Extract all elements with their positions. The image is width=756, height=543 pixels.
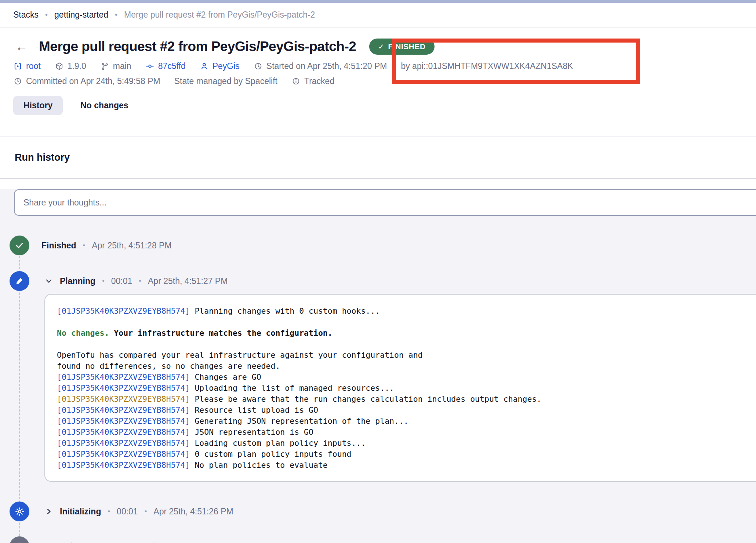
triggered-by-item: by api::01JSMHTFM9TXWW1XK4AZN1SA8K	[401, 61, 573, 71]
clock-icon	[13, 77, 22, 86]
spacelift-run-page: Stacks • getting-started • Merge pull re…	[0, 0, 756, 543]
tracked-item: Tracked	[291, 76, 334, 86]
status-badge-label: FINISHED	[388, 42, 426, 51]
commit-icon	[145, 62, 155, 71]
log-line: OpenTofu has compared your real infrastr…	[57, 350, 756, 361]
check-icon: ✓	[378, 42, 384, 51]
dot-separator: •	[102, 277, 105, 285]
log-line: found no differences, so no changes are …	[57, 361, 756, 372]
log-line-no-changes: No changes.Your infrastructure matches t…	[57, 328, 756, 339]
log-text: No plan policies to evaluate	[195, 460, 327, 470]
run-history-header: Run history	[0, 136, 756, 179]
planning-row: Planning • 00:01 • Apr 25th, 4:51:27 PM	[44, 271, 228, 291]
log-line: [01JSP35K40K3PZXVZ9EYB8H574]0 custom pla…	[57, 449, 756, 460]
log-text: Resource list upload is GO	[195, 405, 318, 415]
log-text: JSON representation is GO	[195, 427, 313, 437]
breadcrumb-stack-name[interactable]: getting-started	[54, 10, 108, 20]
log-line: [01JSP35K40K3PZXVZ9EYB8H574]Planning cha…	[57, 306, 756, 317]
committed-item: Committed on Apr 24th, 5:49:58 PM	[13, 76, 160, 86]
chevron-right-icon[interactable]	[44, 507, 53, 516]
state-managed-item: State managed by Spacelift	[174, 76, 277, 86]
planning-log-output: [01JSP35K40K3PZXVZ9EYB8H574]Planning cha…	[44, 294, 756, 482]
dot-separator: •	[108, 507, 110, 515]
log-text: 0 custom plan policy inputs found	[195, 449, 351, 459]
status-badge: ✓ FINISHED	[369, 39, 434, 55]
finished-status-icon	[10, 236, 29, 255]
log-text: Changes are GO	[195, 372, 261, 382]
version-label: 1.9.0	[68, 61, 86, 71]
run-id-prefix: [01JSP35K40K3PZXVZ9EYB8H574]	[57, 449, 190, 459]
run-id-prefix: [01JSP35K40K3PZXVZ9EYB8H574]	[57, 405, 190, 415]
log-line-warning: [01JSP35K40K3PZXVZ9EYB8H574]Please be aw…	[57, 394, 756, 405]
log-line: [01JSP35K40K3PZXVZ9EYB8H574]Changes are …	[57, 372, 756, 383]
run-id-prefix-warning: [01JSP35K40K3PZXVZ9EYB8H574]	[57, 394, 190, 404]
log-line: [01JSP35K40K3PZXVZ9EYB8H574]Loading cust…	[57, 438, 756, 449]
log-text: Generating JSON representation of the pl…	[195, 416, 408, 426]
branch-label: main	[113, 61, 131, 71]
planning-label[interactable]: Planning	[60, 276, 95, 286]
finished-label: Finished	[41, 241, 76, 251]
section-title: Run history	[15, 152, 70, 163]
queued-status-icon	[10, 536, 29, 543]
commit-link[interactable]: 87c5ffd	[145, 61, 186, 71]
timeline: Finished • Apr 25th, 4:51:28 PM Planning…	[0, 227, 756, 543]
initializing-label[interactable]: Initializing	[60, 507, 101, 517]
queued-timestamp: Apr 25th, 4:51:20 PM	[126, 542, 205, 543]
planning-duration: 00:01	[111, 276, 132, 286]
planning-status-icon	[10, 271, 29, 291]
hourglass-icon	[15, 542, 24, 543]
branch-item: main	[100, 61, 131, 71]
breadcrumb-separator: •	[115, 11, 117, 19]
dot-separator: •	[83, 241, 86, 249]
log-blank-line	[57, 339, 756, 350]
triggered-by-label: by api::01JSMHTFM9TXWW1XK4AZN1SA8K	[401, 61, 573, 71]
meta-row-primary: root 1.9.0	[13, 61, 756, 71]
run-header: ← Merge pull request #2 from PeyGis/PeyG…	[0, 28, 756, 136]
info-icon	[291, 77, 301, 86]
back-button[interactable]: ←	[13, 40, 30, 53]
tab-no-changes[interactable]: No changes	[80, 101, 128, 110]
queued-duration: 00:01	[88, 542, 110, 543]
space-icon	[13, 62, 22, 71]
check-icon	[14, 240, 25, 251]
log-line: [01JSP35K40K3PZXVZ9EYB8H574]No plan poli…	[57, 460, 756, 471]
breadcrumb-stacks[interactable]: Stacks	[13, 10, 39, 20]
finished-row: Finished • Apr 25th, 4:51:28 PM	[41, 236, 172, 255]
log-line: [01JSP35K40K3PZXVZ9EYB8H574]Uploading th…	[57, 383, 756, 394]
finished-timestamp: Apr 25th, 4:51:28 PM	[92, 241, 171, 251]
comment-input[interactable]	[14, 189, 756, 216]
top-strip	[0, 0, 756, 3]
log-text: Loading custom plan policy inputs...	[195, 438, 366, 448]
chevron-down-icon[interactable]	[44, 277, 53, 285]
space-link[interactable]: root	[13, 61, 41, 71]
title-row: ← Merge pull request #2 from PeyGis/PeyG…	[13, 39, 756, 55]
initializing-duration: 00:01	[117, 507, 138, 517]
run-id-prefix: [01JSP35K40K3PZXVZ9EYB8H574]	[57, 383, 190, 393]
no-changes-rest: Your infrastructure matches the configur…	[114, 328, 332, 338]
tabs: History No changes	[13, 96, 756, 115]
cube-icon	[55, 62, 64, 71]
space-label: root	[26, 61, 41, 71]
person-icon	[200, 62, 209, 71]
commit-label: 87c5ffd	[158, 61, 186, 71]
author-link[interactable]: PeyGis	[200, 61, 240, 71]
state-managed-label: State managed by Spacelift	[174, 76, 277, 86]
started-item: Started on Apr 25th, 4:51:20 PM	[254, 61, 387, 71]
breadcrumb-separator: •	[45, 11, 48, 19]
log-line: [01JSP35K40K3PZXVZ9EYB8H574]Generating J…	[57, 416, 756, 427]
started-label: Started on Apr 25th, 4:51:20 PM	[266, 61, 387, 71]
queued-row: Queued • 00:01 • Apr 25th, 4:51:20 PM	[41, 536, 205, 543]
committed-label: Committed on Apr 24th, 5:49:58 PM	[26, 76, 160, 86]
initializing-timestamp: Apr 25th, 4:51:26 PM	[153, 507, 233, 517]
queued-label: Queued	[41, 542, 73, 543]
log-line: [01JSP35K40K3PZXVZ9EYB8H574]Resource lis…	[57, 405, 756, 416]
breadcrumb: Stacks • getting-started • Merge pull re…	[0, 3, 756, 28]
dot-separator: •	[139, 277, 141, 285]
run-id-prefix: [01JSP35K40K3PZXVZ9EYB8H574]	[57, 372, 190, 382]
log-text: Please be aware that the run changes cal…	[195, 394, 541, 404]
log-line: [01JSP35K40K3PZXVZ9EYB8H574]JSON represe…	[57, 427, 756, 438]
log-text: Uploading the list of managed resources.…	[195, 383, 394, 393]
run-history-section: Finished • Apr 25th, 4:51:28 PM Planning…	[0, 189, 756, 543]
run-id-prefix: [01JSP35K40K3PZXVZ9EYB8H574]	[57, 438, 190, 448]
tab-history[interactable]: History	[13, 96, 63, 115]
